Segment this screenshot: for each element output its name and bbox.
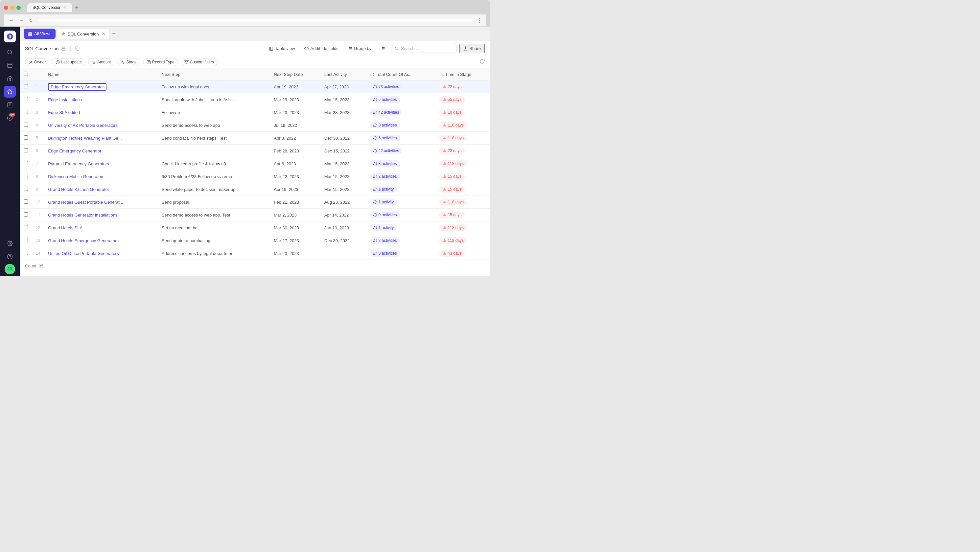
app-logo[interactable]	[4, 30, 16, 42]
total-count-column-header[interactable]: Total Count Of Ac...	[366, 68, 436, 81]
last-update-filter[interactable]: Last update	[52, 58, 86, 66]
row-checkbox[interactable]	[20, 93, 32, 106]
time-in-stage-cell[interactable]: 118 days	[435, 157, 490, 170]
amount-filter[interactable]: Amount	[88, 58, 115, 66]
record-link[interactable]: Edge Emergency Generator	[48, 83, 107, 91]
record-name-cell[interactable]: Grand Hotels Emergency Generators	[44, 234, 158, 247]
record-name-cell[interactable]: Grand Hotels Kitchen Generator	[44, 183, 158, 196]
sidebar-help[interactable]	[4, 251, 16, 262]
row-checkbox[interactable]	[20, 157, 32, 170]
row-checkbox[interactable]	[20, 247, 32, 260]
row-checkbox[interactable]	[20, 81, 32, 93]
group-by-button[interactable]: Group by	[344, 45, 375, 52]
owner-filter[interactable]: Owner	[25, 58, 49, 66]
all-views-tab[interactable]: All Views	[24, 29, 56, 39]
row-checkbox[interactable]	[20, 145, 32, 157]
record-type-filter[interactable]: Record Type	[143, 58, 178, 66]
record-link[interactable]: Pyramid Emergency Generators	[48, 161, 109, 166]
record-name-cell[interactable]: Grand Hotels SLA	[44, 221, 158, 234]
record-link[interactable]: Grand Hotels SLA	[48, 225, 83, 230]
total-count-cell[interactable]: 6 activities	[366, 132, 436, 145]
address-bar[interactable]	[37, 19, 474, 22]
time-in-stage-cell[interactable]: 118 days	[435, 221, 490, 234]
total-count-cell[interactable]: 2 activities	[366, 170, 436, 183]
total-count-cell[interactable]: 1 activity	[366, 221, 436, 234]
time-in-stage-cell[interactable]: 55 days	[435, 93, 490, 106]
record-link[interactable]: Grand Hotels Generator Installations	[48, 213, 117, 218]
record-name-cell[interactable]: Edge Installations	[44, 93, 158, 106]
next-step-date-column-header[interactable]: Next Step Date	[270, 68, 320, 81]
record-name-cell[interactable]: University of AZ Portable Generators	[44, 119, 158, 132]
row-checkbox[interactable]	[20, 170, 32, 183]
back-button[interactable]: ←	[8, 16, 15, 24]
new-tab-button[interactable]: +	[73, 4, 80, 11]
record-link[interactable]: Grand Hotels Guest Portable Generat...	[48, 200, 123, 205]
record-link[interactable]: Edge Installations	[48, 97, 82, 102]
maximize-traffic-light[interactable]	[16, 6, 21, 10]
record-name-cell[interactable]: United Oil Office Portable Generators	[44, 247, 158, 260]
share-button[interactable]: Share	[460, 44, 485, 53]
record-link[interactable]: United Oil Office Portable Generators	[48, 251, 119, 256]
time-in-stage-cell[interactable]: 118 days	[435, 119, 490, 132]
record-name-cell[interactable]: Dickenson Mobile Generators	[44, 170, 158, 183]
record-name-cell[interactable]: Grand Hotels Generator Installations	[44, 208, 158, 221]
last-activity-column-header[interactable]: Last Activity	[320, 68, 366, 81]
time-in-stage-cell[interactable]: 118 days	[435, 234, 490, 247]
add-hide-fields-button[interactable]: Add/hide fields	[301, 45, 342, 52]
row-checkbox[interactable]	[20, 132, 32, 145]
row-checkbox[interactable]	[20, 196, 32, 208]
record-link[interactable]: Edge SLA edited	[48, 110, 80, 115]
sidebar-settings[interactable]	[4, 237, 16, 250]
sidebar-tasks[interactable]: 9+	[4, 112, 16, 124]
forward-button[interactable]: →	[18, 16, 25, 24]
user-avatar[interactable]: JD	[5, 264, 15, 274]
refresh-button[interactable]	[479, 59, 485, 65]
time-in-stage-cell[interactable]: 23 days	[435, 145, 490, 157]
sidebar-search[interactable]	[4, 46, 16, 58]
time-in-stage-cell[interactable]: 10 days	[435, 106, 490, 119]
total-count-cell[interactable]: 42 activities	[366, 106, 436, 119]
search-box[interactable]: Search...	[391, 44, 457, 53]
total-count-cell[interactable]: 0 activities	[366, 119, 436, 132]
total-count-cell[interactable]: 0 activities	[366, 208, 436, 221]
sidebar-inbox[interactable]	[4, 59, 16, 71]
tab-close-icon[interactable]: ✕	[64, 5, 67, 10]
time-in-stage-cell[interactable]: 118 days	[435, 196, 490, 208]
record-link[interactable]: Grand Hotels Emergency Generators	[48, 238, 119, 243]
row-checkbox[interactable]	[20, 221, 32, 234]
name-column-header[interactable]: Name	[44, 68, 158, 81]
total-count-cell[interactable]: 22 activities	[366, 145, 436, 157]
total-count-cell[interactable]: 1 activity	[366, 183, 436, 196]
time-in-stage-cell[interactable]: 15 days	[435, 183, 490, 196]
sidebar-notes[interactable]	[4, 99, 16, 111]
custom-filters[interactable]: Custom filters	[181, 58, 218, 66]
sidebar-rocket[interactable]	[4, 86, 16, 98]
record-link[interactable]: Grand Hotels Kitchen Generator	[48, 187, 109, 192]
total-count-cell[interactable]: 3 activities	[366, 157, 436, 170]
total-count-cell[interactable]: 1 activity	[366, 196, 436, 208]
time-in-stage-column-header[interactable]: Time in Stage	[435, 68, 490, 81]
total-count-cell[interactable]: 73 activities	[366, 81, 436, 93]
minimize-traffic-light[interactable]	[10, 6, 14, 10]
sidebar-home[interactable]	[4, 73, 16, 84]
record-link[interactable]: University of AZ Portable Generators	[48, 123, 118, 128]
record-link[interactable]: Dickenson Mobile Generators	[48, 174, 104, 179]
time-in-stage-cell[interactable]: 22 days	[435, 81, 490, 93]
add-tab-button[interactable]: +	[111, 29, 117, 38]
time-in-stage-cell[interactable]: 43 days	[435, 247, 490, 260]
total-count-cell[interactable]: 6 activities	[366, 93, 436, 106]
time-in-stage-cell[interactable]: 118 days	[435, 132, 490, 145]
row-checkbox[interactable]	[20, 208, 32, 221]
record-name-cell[interactable]: Grand Hotels Guest Portable Generat...	[44, 196, 158, 208]
browser-menu-button[interactable]: ⋮	[477, 17, 482, 24]
record-name-cell[interactable]: Edge Emergency Generator	[44, 145, 158, 157]
close-traffic-light[interactable]	[4, 6, 8, 10]
row-checkbox[interactable]	[20, 183, 32, 196]
row-checkbox[interactable]	[20, 119, 32, 132]
other-options-button[interactable]	[377, 45, 388, 52]
sql-tab-close[interactable]: ✕	[102, 32, 105, 36]
select-all-checkbox[interactable]	[24, 72, 28, 76]
row-checkbox[interactable]	[20, 106, 32, 119]
browser-tab-active[interactable]: SQL Conversion ✕	[27, 3, 72, 12]
record-name-cell[interactable]: Edge SLA edited	[44, 106, 158, 119]
